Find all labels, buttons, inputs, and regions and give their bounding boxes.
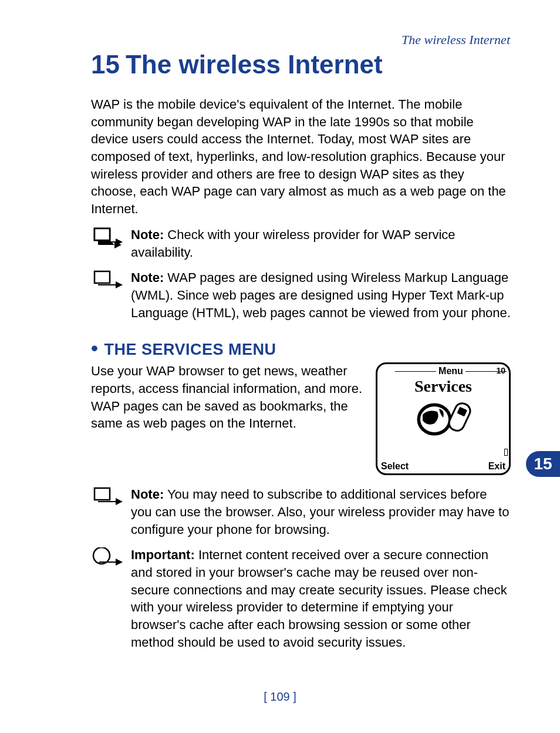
- important-block: Important: Internet content received ove…: [91, 546, 511, 651]
- page-number: [ 109 ]: [0, 690, 560, 704]
- svg-point-8: [93, 547, 110, 564]
- globe-phone-icon: [377, 397, 509, 441]
- section-heading: • THE SERVICES MENU: [91, 338, 511, 359]
- phone-screen-illustration: Menu 10 Services Select Exit: [376, 362, 511, 475]
- phone-softkey-right: Exit: [488, 461, 505, 472]
- important-text: Important: Internet content received ove…: [131, 546, 511, 651]
- note-block-3: Note: You may need to subscribe to addit…: [91, 486, 511, 538]
- chapter-title: 15The wireless Internet: [91, 50, 511, 79]
- svg-rect-6: [447, 401, 473, 433]
- section-body-text: Use your WAP browser to get news, weathe…: [91, 362, 369, 432]
- page-content: 15The wireless Internet WAP is the mobil…: [91, 50, 511, 659]
- phone-softkey-left: Select: [381, 461, 409, 472]
- note-block-2: Note: WAP pages are designed using Wirel…: [91, 269, 511, 321]
- note-block-1: Note: Check with your wireless provider …: [91, 226, 511, 261]
- scrollbar-thumb: [504, 449, 508, 456]
- chapter-title-text: The wireless Internet: [126, 50, 383, 79]
- phone-menu-label: Menu: [438, 366, 463, 376]
- section-heading-text: THE SERVICES MENU: [104, 341, 276, 359]
- running-header: The wireless Internet: [402, 32, 510, 48]
- phone-title: Services: [377, 377, 509, 396]
- chapter-number: 15: [91, 50, 120, 79]
- note-arrow-icon: [91, 487, 126, 508]
- note-arrow-icon: [91, 270, 126, 291]
- phone-menu-number: 10: [496, 366, 505, 375]
- important-arrow-icon: [91, 547, 126, 569]
- chapter-side-tab: 15: [526, 451, 560, 477]
- note-text-1: Note: Check with your wireless provider …: [131, 226, 511, 261]
- bullet-icon: •: [91, 338, 98, 358]
- note-arrow-icon: [91, 227, 126, 248]
- note-text-2: Note: WAP pages are designed using Wirel…: [131, 269, 511, 321]
- note-text-3: Note: You may need to subscribe to addit…: [131, 486, 511, 538]
- intro-paragraph: WAP is the mobile device's equivalent of…: [91, 96, 511, 218]
